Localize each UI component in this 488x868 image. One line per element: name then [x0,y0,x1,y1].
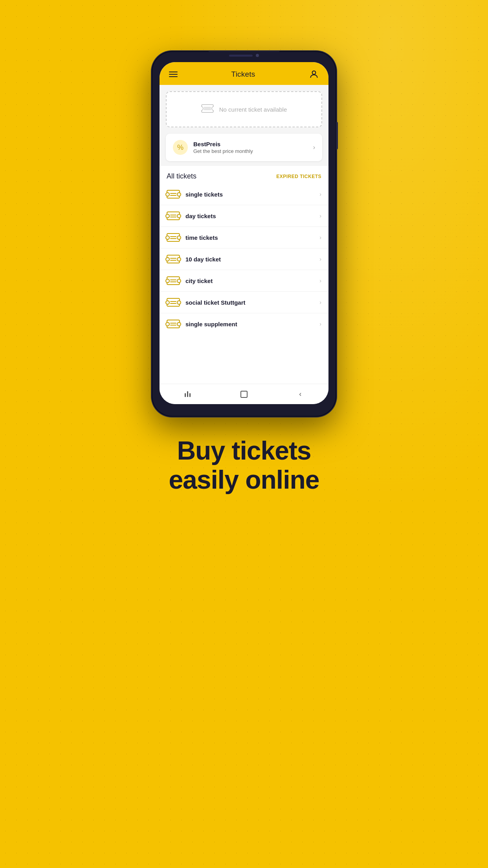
expired-tickets-button[interactable]: EXPIRED TICKETS [276,174,321,179]
bestpreis-icon: % [173,140,188,155]
ticket-icon [167,190,180,199]
ticket-inner-lines [170,193,176,196]
camera-dot [256,54,259,57]
promo-section: Buy tickets easily online [169,436,319,495]
ticket-icon [167,320,180,328]
app-title: Tickets [231,70,255,79]
ticket-item-chevron: › [319,213,321,219]
tickets-section: All tickets EXPIRED TICKETS single ticke… [160,166,328,384]
ticket-list: single tickets › day tickets › time tick… [160,184,328,335]
ticket-inner-lines [170,301,176,304]
profile-icon[interactable] [309,69,319,79]
ticket-list-item[interactable]: day tickets › [160,205,328,227]
home-icon [240,391,248,398]
ticket-line [170,323,176,324]
ticket-icon [167,298,180,307]
phone-screen: Tickets [160,62,328,404]
ticket-item-label: time tickets [185,234,314,241]
ticket-item-label: city ticket [185,278,314,284]
ticket-item-chevron: › [319,191,321,197]
ticket-inner-lines [170,280,176,282]
ticket-item-label: 10 day ticket [185,256,314,263]
ticket-icon [167,233,180,242]
ticket-line [170,238,176,239]
ticket-list-item[interactable]: time tickets › [160,227,328,248]
ticket-line [170,217,176,217]
recents-nav-button[interactable] [178,386,198,402]
app-content: No current ticket available % BestPreis … [160,85,328,384]
ticket-item-chevron: › [319,234,321,241]
ticket-item-chevron: › [319,256,321,262]
back-icon: ‹ [299,390,301,398]
recents-icon [185,391,191,397]
ticket-inner-lines [170,258,176,261]
ticket-item-label: single supplement [185,321,314,327]
ticket-item-label: single tickets [185,191,314,198]
speaker-bar [229,55,253,57]
ticket-line [170,215,176,215]
ticket-line [170,193,176,194]
phone-shell: Tickets [152,51,336,417]
promo-line2: easily online [169,465,319,495]
ticket-icon [167,211,180,220]
app-header: Tickets [160,62,328,85]
volume-button [336,122,338,149]
ticket-item-chevron: › [319,321,321,327]
ticket-icon [167,255,180,263]
svg-point-2 [201,107,203,110]
no-ticket-icon [201,103,214,116]
ticket-list-item[interactable]: single supplement › [160,313,328,335]
ticket-item-label: day tickets [185,213,314,219]
bestpreis-card[interactable]: % BestPreis Get the best price monthly › [166,134,322,161]
no-ticket-message: No current ticket available [219,106,287,113]
ticket-line [170,260,176,261]
ticket-list-item[interactable]: city ticket › [160,270,328,292]
ticket-icon [167,276,180,285]
ticket-inner-lines [170,236,176,239]
phone-top-bar [209,51,279,60]
ticket-line [170,195,176,196]
svg-point-3 [212,107,214,110]
bestpreis-subtitle: Get the best price monthly [193,148,308,154]
promo-line1: Buy tickets [169,436,319,465]
ticket-item-chevron: › [319,299,321,305]
svg-point-0 [312,71,316,74]
phone-mockup: Tickets [152,51,336,417]
all-tickets-heading: All tickets [167,172,196,180]
ticket-item-chevron: › [319,278,321,284]
ticket-line [170,258,176,259]
menu-icon[interactable] [169,72,178,77]
ticket-item-label: social ticket Stuttgart [185,299,314,306]
ticket-list-item[interactable]: single tickets › [160,184,328,205]
ticket-inner-lines [170,323,176,326]
ticket-line [170,280,176,280]
ticket-line [170,281,176,282]
ticket-inner-lines [170,215,176,217]
back-nav-button[interactable]: ‹ [290,386,310,402]
ticket-line [170,236,176,237]
bottom-nav: ‹ [160,384,328,404]
ticket-line [170,303,176,304]
no-ticket-card: No current ticket available [166,91,322,127]
ticket-list-item[interactable]: social ticket Stuttgart › [160,292,328,313]
ticket-line [170,325,176,326]
ticket-line [170,301,176,302]
tickets-header: All tickets EXPIRED TICKETS [160,166,328,184]
bestpreis-title: BestPreis [193,141,308,147]
bestpreis-chevron: › [313,144,315,151]
ticket-list-item[interactable]: 10 day ticket › [160,248,328,270]
bestpreis-info: BestPreis Get the best price monthly [193,141,308,154]
home-nav-button[interactable] [234,386,254,402]
